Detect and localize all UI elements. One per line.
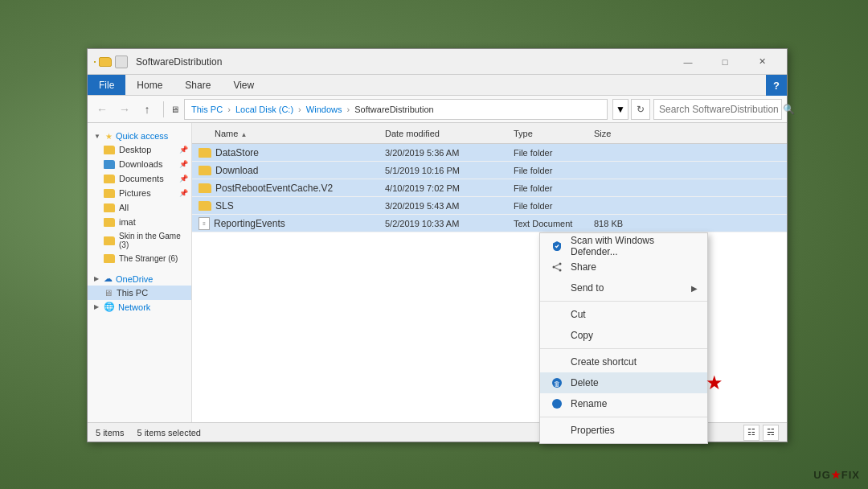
table-row[interactable]: PostRebootEventCache.V2 4/10/2019 7:02 P… — [192, 179, 787, 197]
forward-button[interactable]: → — [115, 100, 134, 119]
sep1: › — [227, 105, 231, 114]
up-button[interactable]: ↑ — [137, 100, 157, 119]
close-button[interactable]: ✕ — [743, 49, 780, 75]
sidebar-item-imat[interactable]: imat — [88, 215, 191, 229]
refresh-button[interactable]: ↻ — [631, 99, 650, 120]
minimize-button[interactable]: — — [669, 49, 706, 75]
this-pc-label: This PC — [117, 288, 148, 298]
copy-icon — [550, 328, 564, 343]
ctx-sep1 — [540, 301, 707, 302]
imat-folder-icon — [104, 218, 115, 227]
pictures-folder-icon — [104, 189, 115, 198]
svg-point-7 — [552, 399, 562, 409]
view-controls: ☷ ☵ — [743, 425, 779, 441]
file-table-header: Name ▲ Date modified Type Size — [192, 123, 787, 144]
sidebar-item-stranger[interactable]: The Stranger (6) — [88, 252, 191, 265]
sidebar-item-desktop[interactable]: Desktop 📌 — [88, 142, 191, 157]
table-row[interactable]: SLS 3/20/2019 5:43 AM File folder — [192, 197, 787, 215]
onedrive-header[interactable]: ▶ ☁ OneDrive — [88, 272, 191, 286]
ctx-send-to[interactable]: Send to ▶ — [540, 277, 707, 298]
tab-share[interactable]: Share — [174, 75, 222, 95]
sidebar-item-downloads[interactable]: Downloads 📌 — [88, 157, 191, 171]
file-date-reporting: 5/2/2019 10:33 AM — [385, 219, 514, 228]
desktop-label: Desktop — [119, 145, 151, 154]
breadcrumb-local-disk[interactable]: Local Disk (C:) — [235, 105, 293, 114]
file-date-datastore: 3/20/2019 5:36 AM — [385, 148, 514, 158]
expand-arrow: ▼ — [94, 133, 100, 140]
sidebar-item-documents[interactable]: Documents 📌 — [88, 171, 191, 186]
ctx-scan-defender[interactable]: Scan with Windows Defender... — [540, 236, 707, 257]
tab-view[interactable]: View — [222, 75, 265, 95]
window-icon-1 — [94, 61, 96, 63]
pin-icon-documents: 📌 — [179, 175, 188, 183]
ctx-rename[interactable]: Rename — [540, 393, 707, 414]
svg-line-3 — [555, 265, 559, 267]
col-header-date[interactable]: Date modified — [385, 129, 514, 138]
help-button[interactable]: ? — [766, 75, 787, 96]
search-icon[interactable]: 🔍 — [783, 104, 795, 115]
rename-icon — [550, 397, 564, 411]
col-header-name[interactable]: Name ▲ — [192, 129, 385, 138]
breadcrumb-windows[interactable]: Windows — [306, 105, 342, 114]
ctx-delete-label: Delete — [571, 377, 599, 388]
send-to-arrow: ▶ — [691, 284, 698, 293]
watermark: UG★FIX — [813, 469, 860, 481]
svg-point-0 — [559, 263, 562, 265]
watermark-text: UG — [813, 469, 831, 481]
network-expand: ▶ — [94, 303, 99, 310]
file-date-sls: 3/20/2019 5:43 AM — [385, 201, 514, 211]
ctx-send-to-label: Send to — [571, 282, 604, 294]
svg-point-1 — [553, 266, 555, 269]
breadcrumb-this-pc[interactable]: This PC — [191, 105, 223, 114]
all-label: All — [119, 203, 129, 212]
network-icon: 🌐 — [104, 302, 115, 312]
doc-icon-reporting: ≡ — [199, 217, 210, 230]
context-menu: Scan with Windows Defender... Share Send… — [539, 232, 708, 444]
sidebar-item-this-pc[interactable]: 🖥 This PC — [88, 286, 191, 300]
sidebar-item-skin-game[interactable]: Skin in the Game (3) — [88, 229, 191, 252]
quick-access-label: Quick access — [116, 131, 168, 141]
sidebar-item-all[interactable]: All — [88, 200, 191, 215]
table-row[interactable]: ≡ ReportingEvents 5/2/2019 10:33 AM Text… — [192, 215, 787, 232]
window-icon-folder — [99, 57, 112, 67]
red-star: ★ — [706, 372, 723, 394]
shortcut-icon — [550, 355, 564, 369]
window-controls: — □ ✕ — [669, 49, 780, 75]
address-dropdown[interactable]: ▼ — [612, 99, 628, 120]
maximize-button[interactable]: □ — [706, 49, 743, 75]
ctx-share[interactable]: Share — [540, 257, 707, 277]
ctx-copy-label: Copy — [571, 330, 593, 341]
desktop-folder-icon — [104, 146, 115, 154]
ctx-cut[interactable]: Cut — [540, 304, 707, 325]
breadcrumb[interactable]: This PC › Local Disk (C:) › Windows › So… — [184, 99, 608, 120]
breadcrumb-text: This PC › Local Disk (C:) › Windows › So… — [191, 105, 434, 114]
details-view-button[interactable]: ☷ — [743, 425, 760, 441]
ctx-properties[interactable]: Properties — [540, 420, 707, 441]
tab-home[interactable]: Home — [125, 75, 174, 95]
table-row[interactable]: DataStore 3/20/2019 5:36 AM File folder — [192, 144, 787, 162]
sidebar-item-pictures[interactable]: Pictures 📌 — [88, 186, 191, 200]
downloads-label: Downloads — [119, 159, 162, 169]
svg-text:🗑: 🗑 — [554, 380, 560, 388]
file-name-postreboot: PostRebootEventCache.V2 — [192, 183, 385, 194]
col-header-type[interactable]: Type — [514, 129, 594, 138]
search-input[interactable] — [659, 104, 780, 115]
network-header[interactable]: ▶ 🌐 Network — [88, 300, 191, 314]
ctx-delete[interactable]: 🗑 Delete ★ — [540, 372, 707, 393]
file-type-postreboot: File folder — [514, 183, 594, 193]
large-icons-view-button[interactable]: ☵ — [763, 425, 779, 441]
col-header-size[interactable]: Size — [594, 129, 658, 138]
ctx-create-shortcut[interactable]: Create shortcut — [540, 351, 707, 372]
pictures-label: Pictures — [119, 188, 151, 198]
table-row[interactable]: Download 5/1/2019 10:16 PM File folder — [192, 162, 787, 179]
skin-game-folder-icon — [104, 236, 115, 245]
file-size-reporting: 818 KB — [594, 219, 658, 228]
back-button[interactable]: ← — [92, 100, 112, 119]
ctx-copy[interactable]: Copy — [540, 325, 707, 346]
quick-access-header[interactable]: ▼ ★ Quick access — [88, 129, 191, 142]
this-pc-icon: 🖥 — [104, 288, 113, 298]
cut-icon — [550, 307, 564, 322]
file-type-sls: File folder — [514, 201, 594, 211]
tab-file[interactable]: File — [88, 75, 125, 95]
address-bar: ← → ↑ 🖥 This PC › Local Disk (C:) › Wind… — [88, 96, 787, 123]
